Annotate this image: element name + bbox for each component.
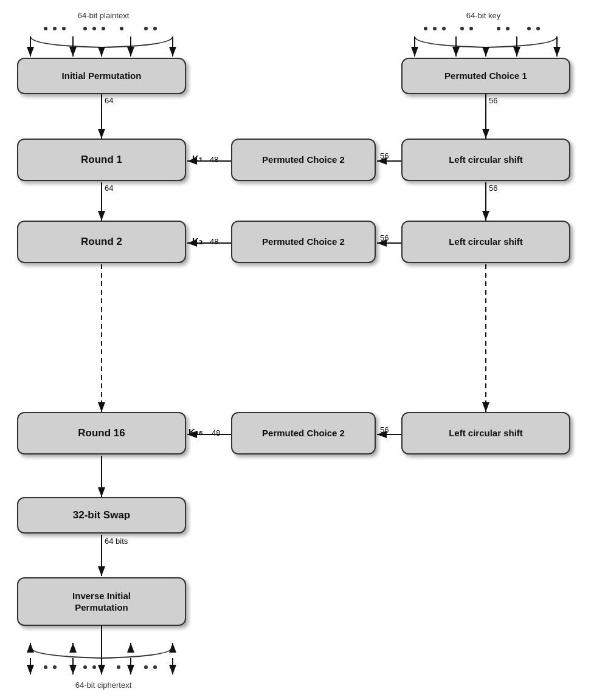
k16-label: K₁₆ <box>188 427 202 437</box>
round16-label: Round 16 <box>78 427 125 440</box>
pc2-16-label: Permuted Choice 2 <box>262 427 345 439</box>
inv-perm-box: Inverse Initial Permutation <box>17 577 186 626</box>
plaintext-label: 64-bit plaintext <box>36 11 170 20</box>
lcs1-label: Left circular shift <box>449 154 523 166</box>
svg-point-28 <box>527 27 531 30</box>
round1-box: Round 1 <box>17 139 186 181</box>
lcs2-label: Left circular shift <box>449 236 523 248</box>
bits64-annotation-1: 64 <box>105 96 113 105</box>
bits56-annotation-2: 56 <box>380 151 389 160</box>
pc2-2-label: Permuted Choice 2 <box>262 236 345 248</box>
svg-point-22 <box>433 27 437 30</box>
bits56-annotation-1: 56 <box>489 96 497 105</box>
bits64-3-annotation: 64 bits <box>105 537 128 546</box>
svg-point-57 <box>83 665 87 669</box>
swap-label: 32-bit Swap <box>73 509 130 522</box>
ciphertext-label: 64-bit ciphertext <box>36 681 170 690</box>
bits48-annotation-1: 48 <box>210 155 218 164</box>
svg-point-26 <box>497 27 500 30</box>
lcs16-label: Left circular shift <box>449 427 523 439</box>
diagram-container: 64-bit plaintext 64-bit key Initial Perm… <box>0 0 591 700</box>
svg-point-10 <box>83 27 87 30</box>
svg-point-12 <box>102 27 105 30</box>
swap-box: 32-bit Swap <box>17 497 186 534</box>
inv-perm-label: Inverse Initial Permutation <box>72 590 131 614</box>
svg-point-13 <box>120 27 123 30</box>
svg-point-56 <box>53 665 57 669</box>
key-label: 64-bit key <box>423 11 544 20</box>
svg-point-9 <box>62 27 66 30</box>
bits56-annotation-3: 56 <box>489 184 497 193</box>
svg-point-8 <box>53 27 57 30</box>
lcs1-box: Left circular shift <box>401 139 570 181</box>
svg-point-24 <box>460 27 464 30</box>
svg-point-55 <box>44 665 47 669</box>
svg-point-23 <box>442 27 446 30</box>
svg-point-61 <box>153 665 157 669</box>
round16-box: Round 16 <box>17 412 186 455</box>
bits48-annotation-2: 48 <box>210 237 218 246</box>
pc2-2-box: Permuted Choice 2 <box>231 221 376 263</box>
k2-label: K₂ <box>192 236 202 247</box>
svg-point-59 <box>117 665 120 669</box>
svg-point-29 <box>536 27 540 30</box>
bits48-annotation-3: 48 <box>212 428 220 437</box>
svg-point-60 <box>144 665 148 669</box>
svg-point-25 <box>469 27 473 30</box>
permuted-choice1-label: Permuted Choice 1 <box>444 70 527 82</box>
svg-point-11 <box>92 27 96 30</box>
bits56-annotation-5: 56 <box>380 425 389 434</box>
lcs2-box: Left circular shift <box>401 221 570 263</box>
pc2-16-box: Permuted Choice 2 <box>231 412 376 455</box>
round2-label: Round 2 <box>81 235 122 249</box>
bits56-annotation-4: 56 <box>380 233 389 242</box>
bits64-annotation-2: 64 <box>105 184 113 193</box>
svg-point-14 <box>144 27 148 30</box>
permuted-choice1-box: Permuted Choice 1 <box>401 58 570 94</box>
lcs16-box: Left circular shift <box>401 412 570 455</box>
pc2-1-box: Permuted Choice 2 <box>231 139 376 181</box>
svg-point-15 <box>153 27 157 30</box>
svg-point-7 <box>44 27 47 30</box>
round2-box: Round 2 <box>17 221 186 263</box>
initial-permutation-label: Initial Permutation <box>62 70 142 82</box>
svg-point-21 <box>424 27 427 30</box>
svg-point-58 <box>92 665 96 669</box>
svg-point-27 <box>506 27 510 30</box>
initial-permutation-box: Initial Permutation <box>17 58 186 94</box>
k1-label: K₁ <box>192 153 202 164</box>
round1-label: Round 1 <box>81 153 122 166</box>
pc2-1-label: Permuted Choice 2 <box>262 154 345 166</box>
